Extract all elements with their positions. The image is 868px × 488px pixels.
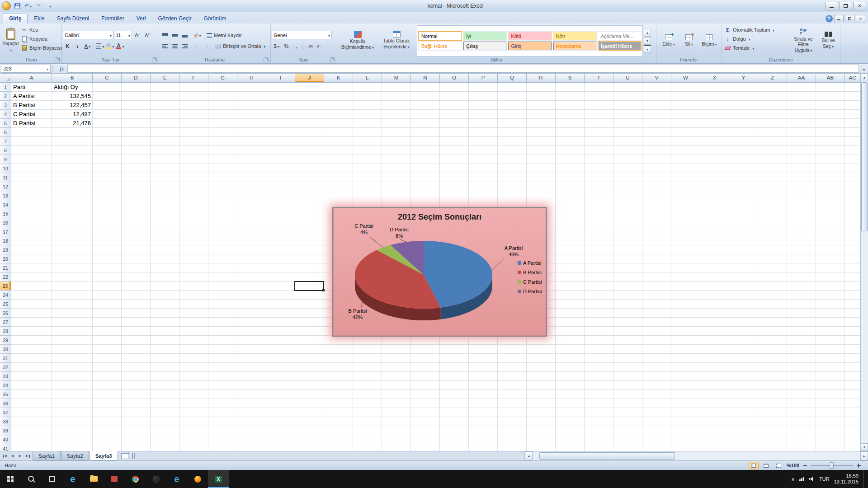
underline-button[interactable]: A bbox=[83, 42, 92, 51]
fill-button[interactable]: ↓ Dolgu bbox=[723, 34, 789, 43]
scroll-left-button[interactable]: ◄ bbox=[525, 451, 533, 460]
cell-B1[interactable]: Aldığı Oy bbox=[52, 83, 93, 92]
delete-cells-button[interactable]: Sil bbox=[679, 24, 699, 56]
chart[interactable]: 2012 Seçim Sonuçları A Partisi46%B Parti… bbox=[332, 207, 547, 337]
row-header-25[interactable]: 25 bbox=[0, 300, 11, 309]
ribbon-tab-giriş[interactable]: Giriş bbox=[3, 14, 28, 23]
row-header-41[interactable]: 41 bbox=[0, 444, 11, 451]
gallery-more-button[interactable]: ▼ bbox=[644, 45, 651, 53]
zoom-out-button[interactable] bbox=[802, 462, 808, 469]
row-header-23[interactable]: 23 bbox=[0, 282, 11, 291]
gallery-down-button[interactable]: ▼ bbox=[644, 37, 651, 45]
column-header-U[interactable]: U bbox=[613, 74, 642, 82]
column-header-Q[interactable]: Q bbox=[498, 74, 527, 82]
cell-B5[interactable]: 21,476 bbox=[52, 119, 93, 128]
clear-button[interactable]: Temizle bbox=[723, 43, 789, 52]
decrease-indent-button[interactable] bbox=[193, 42, 202, 51]
language-indicator[interactable]: TUR bbox=[819, 476, 830, 482]
cell-B3[interactable]: 122,457 bbox=[52, 101, 93, 110]
cell-style-2[interactable]: Kötü bbox=[508, 31, 552, 41]
name-box[interactable]: J23 bbox=[1, 65, 51, 73]
legend-item-B Partisi[interactable]: B Partisi bbox=[518, 270, 542, 275]
help-button[interactable]: ? bbox=[826, 15, 833, 22]
zoom-level[interactable]: %100 bbox=[787, 463, 799, 468]
excel-button[interactable]: X bbox=[208, 470, 229, 488]
ribbon-tab-formüller[interactable]: Formüller bbox=[95, 14, 130, 23]
cell-style-6[interactable]: Çıkış bbox=[463, 41, 507, 51]
gallery-up-button[interactable]: ▲ bbox=[644, 29, 651, 37]
column-header-F[interactable]: F bbox=[179, 74, 208, 82]
column-header-AC[interactable]: AC bbox=[845, 74, 860, 82]
row-header-36[interactable]: 36 bbox=[0, 399, 11, 408]
column-header-G[interactable]: G bbox=[208, 74, 237, 82]
row-header-21[interactable]: 21 bbox=[0, 263, 11, 272]
row-header-5[interactable]: 5 bbox=[0, 119, 11, 128]
column-header-E[interactable]: E bbox=[151, 74, 179, 82]
scroll-right-button[interactable]: ► bbox=[860, 451, 868, 460]
column-header-V[interactable]: V bbox=[642, 74, 671, 82]
conditional-formatting-button[interactable]: Koşullu Biçimlendirme bbox=[338, 24, 377, 56]
column-header-I[interactable]: I bbox=[266, 74, 295, 82]
cell-style-7[interactable]: Giriş bbox=[508, 41, 552, 51]
cell-B4[interactable]: 12,487 bbox=[52, 110, 93, 119]
format-cells-button[interactable]: Biçim bbox=[699, 24, 720, 56]
column-header-M[interactable]: M bbox=[382, 74, 411, 82]
percent-format-button[interactable]: % bbox=[282, 42, 291, 51]
ribbon-tab-sayfa-düzeni[interactable]: Sayfa Düzeni bbox=[51, 14, 95, 23]
row-header-14[interactable]: 14 bbox=[0, 200, 11, 209]
row-header-2[interactable]: 2 bbox=[0, 92, 11, 101]
column-header-T[interactable]: T bbox=[585, 74, 613, 82]
column-header-L[interactable]: L bbox=[353, 74, 382, 82]
row-header-17[interactable]: 17 bbox=[0, 227, 11, 236]
firefox-button[interactable] bbox=[187, 470, 208, 488]
align-right-button[interactable] bbox=[180, 42, 189, 51]
format-painter-button[interactable]: Biçim Boyacısı bbox=[19, 43, 63, 52]
row-header-26[interactable]: 26 bbox=[0, 309, 11, 318]
column-header-K[interactable]: K bbox=[324, 74, 353, 82]
zoom-slider[interactable] bbox=[811, 462, 853, 469]
wrap-text-button[interactable]: Metni Kaydır bbox=[205, 31, 243, 40]
column-header-P[interactable]: P bbox=[469, 74, 498, 82]
row-header-10[interactable]: 10 bbox=[0, 164, 11, 173]
row-header-9[interactable]: 9 bbox=[0, 155, 11, 164]
ribbon-tab-ekle[interactable]: Ekle bbox=[28, 14, 50, 23]
increase-decimal-button[interactable]: .00 bbox=[304, 42, 314, 51]
bold-button[interactable]: K bbox=[63, 42, 72, 51]
column-header-A[interactable]: A bbox=[11, 74, 52, 82]
workbook-minimize-button[interactable] bbox=[834, 15, 844, 22]
row-header-28[interactable]: 28 bbox=[0, 327, 11, 336]
row-header-35[interactable]: 35 bbox=[0, 390, 11, 399]
align-middle-button[interactable] bbox=[170, 31, 179, 40]
row-header-38[interactable]: 38 bbox=[0, 417, 11, 426]
cut-button[interactable]: ✂ Kes bbox=[19, 25, 63, 34]
row-header-1[interactable]: 1 bbox=[0, 83, 11, 92]
column-header-O[interactable]: O bbox=[440, 74, 469, 82]
network-button[interactable] bbox=[799, 477, 804, 481]
copy-button[interactable]: Kopyala bbox=[19, 34, 63, 43]
ribbon-tab-görünüm[interactable]: Görünüm bbox=[198, 14, 232, 23]
merge-center-button[interactable]: Birleştir ve Ortala bbox=[213, 42, 267, 51]
row-header-12[interactable]: 12 bbox=[0, 182, 11, 191]
row-header-6[interactable]: 6 bbox=[0, 128, 11, 137]
file-explorer-button[interactable] bbox=[83, 470, 104, 488]
column-header-H[interactable]: H bbox=[237, 74, 266, 82]
format-as-table-button[interactable]: Tablo Olarak Biçimlendir bbox=[377, 24, 416, 56]
legend-item-C Partisi[interactable]: C Partisi bbox=[518, 279, 542, 285]
cell-style-1[interactable]: İyi bbox=[463, 31, 507, 41]
row-header-19[interactable]: 19 bbox=[0, 245, 11, 254]
borders-button[interactable] bbox=[95, 42, 105, 51]
redo-button[interactable]: ↷ bbox=[34, 2, 43, 10]
office-button[interactable] bbox=[2, 1, 11, 10]
save-button[interactable] bbox=[13, 2, 22, 10]
sheet-tab-sayfa2[interactable]: Sayfa2 bbox=[61, 451, 89, 460]
column-header-C[interactable]: C bbox=[93, 74, 122, 82]
volume-button[interactable] bbox=[809, 477, 815, 481]
last-sheet-button[interactable]: ▶ bbox=[24, 453, 31, 460]
zoom-slider-thumb[interactable] bbox=[830, 462, 834, 469]
align-left-button[interactable] bbox=[160, 42, 170, 51]
start-button[interactable] bbox=[0, 470, 21, 488]
column-header-N[interactable]: N bbox=[411, 74, 440, 82]
workbook-restore-button[interactable] bbox=[845, 15, 854, 22]
cell-style-8[interactable]: Hesaplama bbox=[553, 41, 597, 51]
maximize-button[interactable] bbox=[839, 2, 852, 10]
